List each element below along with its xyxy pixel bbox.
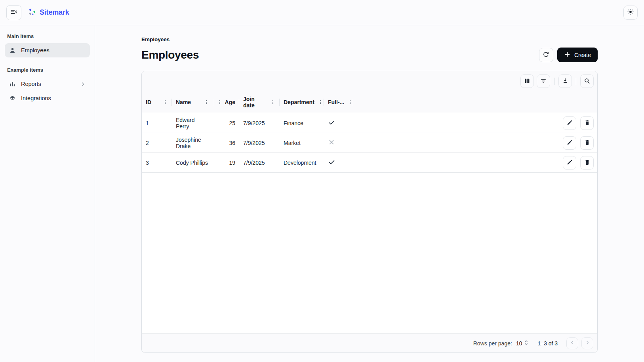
collapse-sidebar-button[interactable] [6, 5, 21, 20]
column-menu-icon[interactable] [204, 99, 209, 105]
edit-button[interactable] [563, 136, 576, 150]
cell-full-time [324, 113, 353, 133]
previous-page-button[interactable] [566, 337, 578, 349]
column-label: Age [225, 99, 235, 105]
grid-empty-area [142, 173, 597, 333]
cell-id: 3 [142, 153, 172, 172]
sidebar-item-label: Employees [21, 47, 50, 53]
close-icon [328, 139, 335, 147]
cell-id: 1 [142, 113, 172, 133]
column-header-name[interactable]: Name [172, 91, 213, 113]
column-menu-icon[interactable] [347, 99, 353, 105]
column-menu-icon[interactable] [318, 99, 323, 105]
create-button-label: Create [574, 52, 591, 58]
column-label: Join date [243, 96, 267, 109]
layers-icon [9, 95, 16, 102]
column-menu-icon[interactable] [270, 99, 276, 105]
edit-button[interactable] [563, 116, 576, 130]
rows-per-page-value: 10 [516, 340, 522, 347]
table-row[interactable]: 3 Cody Phillips 19 7/9/2025 Development [142, 153, 597, 173]
cell-department: Development [280, 153, 324, 172]
sidebar-item-employees[interactable]: Employees [5, 43, 90, 57]
sidebar-item-label: Integrations [21, 95, 51, 101]
cell-full-time [324, 133, 353, 152]
grid-toolbar [142, 71, 597, 91]
edit-button[interactable] [563, 156, 576, 170]
cell-age: 19 [213, 153, 239, 172]
check-icon [328, 119, 335, 128]
create-button[interactable]: Create [557, 48, 598, 62]
column-header-full-time[interactable]: Full-... [324, 91, 353, 113]
cell-age: 25 [213, 113, 239, 133]
search-icon [583, 77, 591, 86]
trash-icon [584, 139, 591, 147]
check-icon [328, 158, 335, 167]
grid-header-row: ID Name [142, 91, 597, 113]
sitemark-logo-icon [27, 8, 36, 18]
column-header-actions [353, 91, 597, 113]
column-header-join-date[interactable]: Join date [239, 91, 280, 113]
column-menu-icon[interactable] [217, 99, 223, 105]
plus-icon [564, 51, 571, 59]
sun-icon [627, 8, 634, 17]
grid-footer: Rows per page: 10 1–3 of 3 [142, 333, 597, 352]
cell-department: Market [280, 133, 324, 152]
sidebar-section-main-items: Main items [5, 31, 90, 43]
table-row[interactable]: 2 Josephine Drake 36 7/9/2025 Market [142, 133, 597, 153]
column-header-department[interactable]: Department [280, 91, 324, 113]
cell-full-time [324, 153, 353, 172]
cell-id: 2 [142, 133, 172, 152]
spinner-up-down-icon [524, 339, 529, 347]
pencil-icon [566, 119, 573, 127]
menu-open-icon [10, 8, 18, 17]
trash-icon [584, 119, 591, 127]
cell-actions [353, 133, 597, 152]
refresh-icon [542, 51, 550, 59]
delete-button[interactable] [580, 156, 594, 170]
cell-join-date: 7/9/2025 [239, 153, 280, 172]
next-page-button[interactable] [581, 337, 593, 349]
bar-chart-icon [9, 80, 16, 88]
main-content: Employees Employees [95, 25, 644, 362]
column-header-age[interactable]: Age [213, 91, 239, 113]
columns-icon [524, 77, 531, 86]
column-header-id[interactable]: ID [142, 91, 172, 113]
pencil-icon [566, 159, 573, 167]
delete-button[interactable] [580, 116, 594, 130]
brand[interactable]: Sitemark [27, 8, 69, 18]
column-label: Department [284, 99, 314, 105]
sidebar-item-integrations[interactable]: Integrations [5, 91, 90, 105]
sidebar-item-label: Reports [21, 81, 41, 87]
rows-per-page-select[interactable]: 10 [516, 339, 529, 347]
chevron-right-icon [585, 340, 590, 347]
cell-actions [353, 153, 597, 172]
chevron-left-icon [570, 340, 575, 347]
table-row[interactable]: 1 Edward Perry 25 7/9/2025 Finance [142, 113, 597, 133]
cell-actions [353, 113, 597, 133]
breadcrumb[interactable]: Employees [141, 36, 598, 42]
column-menu-icon[interactable] [162, 99, 168, 105]
filter-button[interactable] [537, 74, 550, 88]
chevron-right-icon [80, 81, 86, 87]
column-label: ID [146, 99, 151, 105]
refresh-button[interactable] [539, 48, 553, 62]
download-icon [562, 77, 569, 86]
person-icon [9, 47, 16, 54]
pencil-icon [566, 139, 573, 147]
rows-per-page-label: Rows per page: [473, 340, 512, 347]
data-grid: ID Name [141, 71, 598, 353]
app-bar: Sitemark [0, 0, 644, 25]
sidebar-item-reports[interactable]: Reports [5, 77, 90, 91]
cell-age: 36 [213, 133, 239, 152]
cell-department: Finance [280, 113, 324, 133]
search-button[interactable] [580, 74, 594, 88]
toolbar-divider [554, 78, 554, 85]
cell-name: Cody Phillips [172, 153, 213, 172]
export-button[interactable] [558, 74, 572, 88]
delete-button[interactable] [580, 136, 594, 150]
sidebar-section-example-items: Example items [5, 65, 90, 77]
columns-button[interactable] [520, 74, 534, 88]
theme-toggle-button[interactable] [623, 6, 638, 20]
page-title: Employees [141, 49, 199, 61]
brand-name: Sitemark [40, 8, 69, 17]
